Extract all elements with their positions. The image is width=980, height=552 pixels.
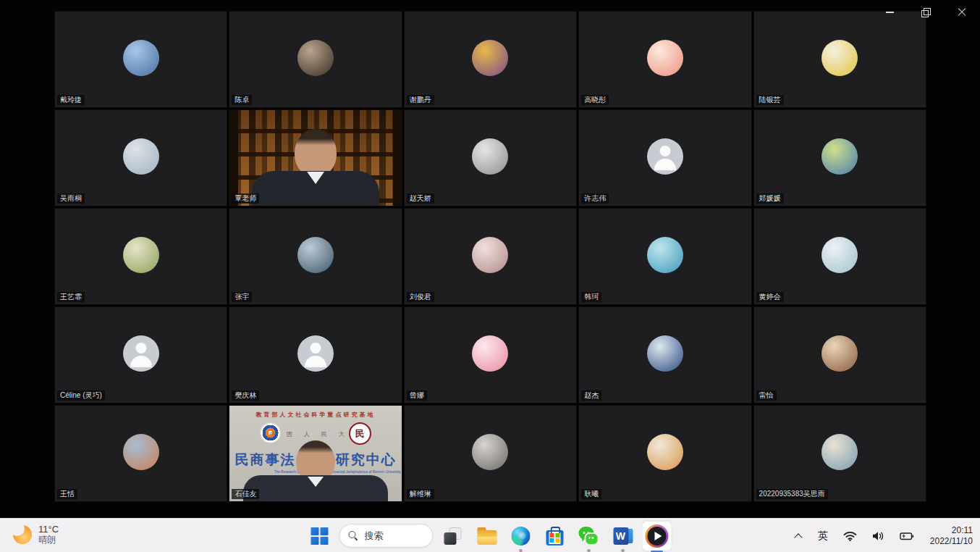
play-button-icon	[645, 524, 668, 548]
task-view-button[interactable]	[438, 522, 467, 551]
participant-name: 高晓彤	[581, 95, 609, 105]
minimize-button[interactable]	[883, 7, 896, 18]
participant-name: 赵杰	[581, 390, 601, 401]
participant-tile[interactable]: 曾娜	[404, 306, 577, 403]
participant-name: 耿曦	[581, 489, 601, 499]
participant-tile[interactable]: 许志伟	[578, 109, 751, 206]
avatar	[472, 434, 508, 470]
avatar	[647, 335, 683, 372]
participant-tile[interactable]: 赵杰	[578, 306, 751, 403]
store-bag-icon	[546, 530, 563, 545]
avatar	[647, 434, 683, 470]
participant-tile[interactable]: 黄婷会	[753, 208, 926, 305]
video-feed-banner: 教育部人文社会科学重点研究基地 民 中国人民大学 民商事法 研究中心 The R…	[229, 406, 401, 501]
battery-icon[interactable]	[897, 529, 916, 543]
window-controls	[883, 7, 968, 18]
meeting-window: 戴玲捷陈卓谢鹏丹高晓彤陆银芸吴雨桐 覃老师赵天娇许志伟郑媛媛王艺霏张宇刘俊君韩珂…	[0, 0, 980, 518]
participant-tile[interactable]: 陈卓	[229, 11, 402, 108]
system-tray: 英 20:11 2022/11/10	[793, 519, 973, 552]
default-avatar	[647, 138, 683, 175]
participant-name: 解维琳	[407, 489, 434, 499]
participant-name: Céline (灵巧)	[57, 390, 105, 401]
participant-name: 20220935383吴思雨	[756, 489, 828, 499]
participant-grid: 戴玲捷陈卓谢鹏丹高晓彤陆银芸吴雨桐 覃老师赵天娇许志伟郑媛媛王艺霏张宇刘俊君韩珂…	[54, 11, 926, 502]
tray-time: 20:11	[930, 525, 973, 536]
participant-tile[interactable]: 戴玲捷	[54, 11, 227, 108]
participant-tile[interactable]: 20220935383吴思雨	[753, 405, 926, 502]
avatar	[472, 237, 508, 273]
crescent-moon-icon	[13, 525, 32, 544]
avatar	[297, 40, 334, 76]
participant-tile[interactable]: 樊庆林	[229, 306, 402, 403]
participant-tile[interactable]: 陆银芸	[753, 11, 926, 108]
participant-name: 陆银芸	[756, 95, 784, 105]
participant-tile[interactable]: 赵天娇	[404, 109, 577, 206]
word-button[interactable]: W	[608, 522, 637, 551]
wechat-button[interactable]	[574, 522, 603, 551]
weather-widget[interactable]: 11°C 晴朗	[9, 522, 63, 546]
tray-date: 2022/11/10	[930, 536, 973, 547]
participant-tile[interactable]: 张宇	[229, 208, 402, 305]
participant-name: 樊庆林	[232, 390, 259, 401]
search-icon	[348, 531, 358, 540]
participant-tile[interactable]: 雷怡	[753, 306, 926, 403]
ime-indicator[interactable]: 英	[816, 527, 830, 545]
participant-name: 刘俊君	[407, 292, 434, 302]
participant-name: 韩珂	[581, 292, 601, 302]
avatar	[123, 138, 159, 175]
participant-tile[interactable]: 王艺霏	[54, 208, 227, 305]
avatar	[472, 138, 508, 175]
participant-name: 吴雨桐	[57, 193, 85, 204]
close-button[interactable]	[955, 7, 968, 18]
search-input[interactable]	[363, 530, 409, 542]
participant-name: 王艺霏	[57, 292, 85, 302]
start-button[interactable]	[305, 522, 334, 551]
participant-name: 陈卓	[232, 95, 252, 105]
avatar	[123, 237, 159, 273]
participant-name: 黄婷会	[756, 292, 784, 302]
participant-tile[interactable]: 覃老师	[229, 109, 402, 206]
avatar	[123, 40, 159, 76]
participant-name: 谢鹏丹	[407, 95, 434, 105]
participant-name: 石佳友	[232, 489, 259, 499]
video-feed-bookshelf	[229, 110, 401, 206]
participant-name: 曾娜	[407, 390, 427, 401]
tray-chevron-up-icon[interactable]	[793, 531, 805, 541]
avatar	[821, 434, 858, 470]
microsoft-store-button[interactable]	[540, 522, 569, 551]
participant-tile[interactable]: Céline (灵巧)	[54, 306, 227, 403]
restore-button[interactable]	[919, 7, 932, 18]
file-explorer-button[interactable]	[472, 522, 501, 551]
participant-name: 覃老师	[232, 193, 259, 204]
taskbar: 11°C 晴朗	[0, 518, 980, 552]
speaker-silhouette	[229, 110, 401, 206]
participant-tile[interactable]: 刘俊君	[404, 208, 577, 305]
meeting-player-button[interactable]	[642, 522, 671, 551]
participant-tile[interactable]: 吴雨桐	[54, 109, 227, 206]
avatar	[472, 40, 508, 76]
participant-tile[interactable]: 谢鹏丹	[404, 11, 577, 108]
speaker-icon[interactable]	[870, 529, 887, 543]
participant-name: 雷怡	[756, 390, 777, 401]
participant-name: 戴玲捷	[57, 95, 85, 105]
speaker-silhouette	[229, 406, 401, 501]
participant-tile[interactable]: 耿曦	[578, 405, 751, 502]
wifi-icon[interactable]	[841, 529, 859, 543]
edge-button[interactable]	[506, 522, 535, 551]
weather-condition: 晴朗	[38, 535, 59, 545]
avatar	[123, 434, 159, 470]
default-avatar	[123, 335, 159, 372]
participant-tile[interactable]: 高晓彤	[578, 11, 751, 108]
taskbar-search[interactable]	[339, 524, 433, 548]
participant-tile[interactable]: 郑媛媛	[753, 109, 926, 206]
clock-widget[interactable]: 20:11 2022/11/10	[930, 525, 973, 547]
participant-name: 郑媛媛	[756, 193, 784, 204]
default-avatar	[297, 335, 334, 372]
avatar	[647, 40, 683, 76]
participant-tile[interactable]: 教育部人文社会科学重点研究基地 民 中国人民大学 民商事法 研究中心 The R…	[229, 405, 402, 502]
participant-tile[interactable]: 王恬	[54, 405, 227, 502]
participant-tile[interactable]: 解维琳	[404, 405, 577, 502]
participant-tile[interactable]: 韩珂	[578, 208, 751, 305]
avatar	[821, 40, 858, 76]
avatar	[297, 237, 334, 273]
